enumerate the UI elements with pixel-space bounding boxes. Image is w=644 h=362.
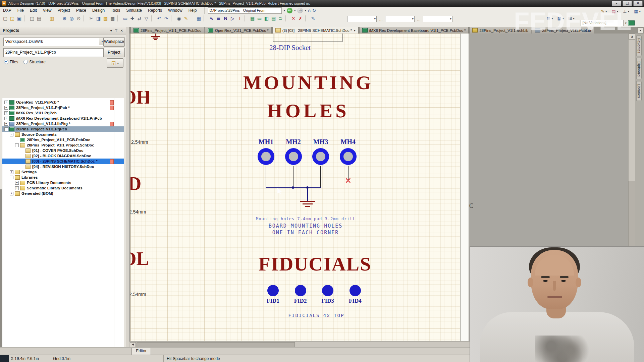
copy-icon[interactable]: ◨ [95, 15, 102, 21]
home-icon[interactable]: ⌂ [308, 8, 311, 13]
tree-row[interactable]: +OpenRex_V1I1.PrjPcb * [2, 100, 124, 105]
print-icon[interactable]: ▤ [36, 15, 42, 21]
tree-row[interactable]: −Libraries [2, 175, 124, 180]
menu-project[interactable]: Project [55, 7, 73, 14]
place-wire-icon[interactable]: ∿ [208, 15, 215, 21]
expand-plus-icon[interactable]: + [15, 186, 19, 190]
expand-plus-icon[interactable]: + [10, 170, 13, 174]
save-icon[interactable]: ▣ [16, 15, 22, 21]
document-tab[interactable]: 28Pins_Project_V1I1_PCB.PcbDoc [130, 27, 204, 34]
expand-plus-icon[interactable]: + [4, 122, 8, 126]
place-bus-icon[interactable]: ≡ [215, 15, 222, 21]
tree-row[interactable]: 28Pins_Project_V1I1_PCB.PcbDoc [2, 137, 124, 142]
tree-row[interactable]: +28Pins_Project_V1I1.PrjPcb * [2, 105, 124, 110]
document-tab[interactable]: iMX6 Rex Development Baseboard V1I1_PCB.… [359, 27, 469, 34]
place-device-sheet-icon[interactable]: ▤ [270, 15, 277, 21]
expand-minus-icon[interactable]: − [10, 133, 13, 136]
place-power-icon[interactable]: ⊥ [236, 15, 243, 21]
panel-tab-favorites[interactable]: Favorites [636, 36, 642, 56]
menu-view[interactable]: View [40, 7, 55, 14]
expand-plus-icon[interactable]: + [15, 181, 19, 185]
place-port-icon[interactable]: ▷ [229, 15, 236, 21]
tree-row[interactable]: [04] - REVISION HISTORY.SchDoc [2, 164, 124, 169]
tree-row[interactable]: +iMX6 Rex_V1I1.PrjPcb [2, 110, 124, 116]
expand-plus-icon[interactable]: + [4, 101, 8, 104]
drag-icon[interactable]: ⇄ [136, 15, 143, 21]
chevron-down-icon[interactable]: ▾ [354, 29, 356, 32]
undo-icon[interactable]: ↶ [156, 15, 162, 21]
cut-icon[interactable]: ✂ [88, 15, 95, 21]
place-harness-icon[interactable]: ⊃ [277, 15, 284, 21]
editor-mode-tab[interactable]: Editor [131, 348, 151, 355]
panel-menu-icon[interactable]: ▾ [110, 29, 112, 33]
tree-row[interactable]: +Settings [2, 169, 124, 175]
tree-row[interactable]: +Schematic Library Documents [2, 185, 124, 191]
no-erc-icon[interactable]: ✕ [290, 15, 297, 21]
expand-plus-icon[interactable]: + [4, 111, 8, 115]
open-document-icon[interactable]: ◱ [9, 15, 15, 21]
expand-plus-icon[interactable]: + [10, 192, 13, 195]
place-net-label-icon[interactable]: N [222, 15, 229, 21]
menu-place[interactable]: Place [73, 7, 89, 14]
tree-row[interactable]: −Source Documents [2, 132, 124, 137]
snap-grid-icon[interactable]: ▦▾ [634, 9, 641, 14]
path-caret-icon[interactable]: ▾ [283, 9, 285, 12]
panel-close-icon[interactable]: ✕ [120, 29, 123, 33]
zoom-selection-icon[interactable]: ⊙ [75, 15, 82, 21]
menu-dxp[interactable]: DXP [0, 7, 14, 14]
annotate-icon[interactable]: ✎ [183, 15, 189, 21]
find-icon[interactable]: ◉ [176, 15, 182, 21]
panel-tab-libraries[interactable]: Libraries [636, 81, 642, 101]
menu-design[interactable]: Design [89, 7, 108, 14]
forward-caret-icon[interactable]: ▾ [305, 9, 306, 12]
move-icon[interactable]: ✚ [129, 15, 136, 21]
place-sheet-entry-icon[interactable]: ◧ [263, 15, 270, 21]
expand-plus-icon[interactable]: + [4, 117, 8, 120]
maximize-button[interactable]: □ [623, 1, 632, 6]
open-project-button[interactable]: ◱ ▾ [107, 58, 123, 68]
document-tab[interactable]: (3) [03] - 28PINS SCHEMATIC.SchDoc *▾ [272, 27, 359, 34]
tab-scroll-button[interactable]: ◂ [637, 27, 643, 33]
refresh-icon[interactable]: ↻ [312, 8, 316, 13]
minimize-button[interactable]: – [612, 1, 621, 6]
place-part-icon[interactable]: ▦ [249, 15, 256, 21]
filter-icon[interactable]: ▽ [143, 15, 150, 21]
close-button[interactable]: ✕ [633, 1, 643, 6]
path-combo[interactable]: D:\Projects\28Pins - Original From [208, 7, 282, 14]
menu-reports[interactable]: Reports [145, 7, 165, 14]
print-preview-icon[interactable]: ◫ [29, 15, 35, 21]
zoom-fit-icon[interactable]: ⊕ [61, 15, 68, 21]
expand-minus-icon[interactable]: − [4, 127, 8, 131]
back-caret-icon[interactable]: ▾ [294, 9, 296, 12]
document-tab[interactable]: OpenRex_V1I1_PCB.PcbDoc * [205, 27, 272, 34]
tree-row[interactable]: −28Pins_Project_V1I1.PrjPcb [2, 126, 124, 132]
tree-row[interactable]: +Generated (BOM) [2, 191, 124, 196]
sim-combo-2[interactable]: ▾ [385, 16, 415, 22]
redo-icon[interactable]: ↷ [163, 15, 169, 21]
schematic-canvas[interactable]: 28-DIP Socket MOUNTING HOLES Mounting ho… [130, 34, 460, 341]
structure-radio[interactable]: Structure [23, 60, 46, 64]
tree-row[interactable]: [03] - 28PINS SCHEMATIC.SchDoc * [2, 159, 124, 164]
browse-library-icon[interactable]: ▦ [196, 15, 202, 21]
drawing-tools-icon[interactable]: ✎ [310, 15, 316, 21]
paste-icon[interactable]: ▧ [102, 15, 109, 21]
tree-row[interactable]: [01] - COVER PAGE.SchDoc [2, 148, 124, 153]
back-icon[interactable]: ← [287, 8, 292, 13]
menu-tools[interactable]: Tools [108, 7, 123, 14]
tree-row[interactable]: +PCB Library Documents [2, 180, 124, 185]
place-sheet-symbol-icon[interactable]: ▭ [256, 15, 263, 21]
menu-edit[interactable]: Edit [27, 7, 40, 14]
project-field[interactable]: 28Pins_Project_V1I1.PrjPcb [3, 48, 105, 57]
workspace-button[interactable]: Workspace [103, 37, 125, 47]
tree-row[interactable]: −28Pins_Project_V1I1 Project.SchDoc [2, 142, 124, 148]
smart-paste-icon[interactable]: ▩ [109, 15, 116, 21]
sim-combo-3[interactable]: ▾ [423, 16, 452, 22]
panel-pin-icon[interactable]: ⊤ [115, 29, 118, 33]
select-area-icon[interactable]: ▭ [122, 15, 128, 21]
menu-simulate[interactable]: Simulate [123, 7, 145, 14]
new-document-icon[interactable]: ▢ [2, 15, 8, 21]
expand-minus-icon[interactable]: − [10, 176, 13, 179]
menu-window[interactable]: Window [165, 7, 185, 14]
tree-row[interactable]: [02] - BLOCK DIAGRAM.SchDoc [2, 153, 124, 159]
directive-icon[interactable]: ✗ [297, 15, 304, 21]
